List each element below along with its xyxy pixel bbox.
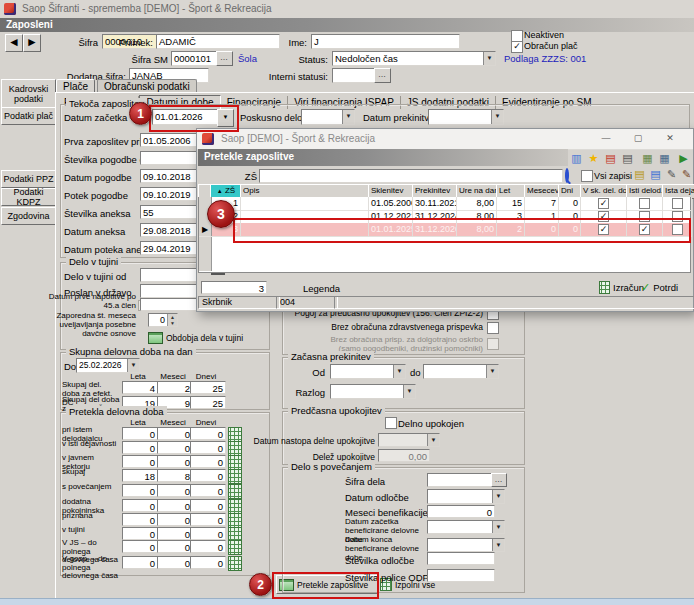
pretekla-meseci-field[interactable]: 0: [157, 427, 193, 440]
grid-cell-ure[interactable]: 8,00: [457, 197, 497, 210]
chevron-down-icon[interactable]: ▼: [492, 490, 504, 503]
chevron-down-icon[interactable]: ▼: [492, 521, 504, 533]
ime-field[interactable]: J: [311, 34, 460, 49]
skupna-efekt-meseci[interactable]: 2: [157, 381, 193, 394]
stevilka-odlocbe-field[interactable]: [427, 552, 495, 565]
status-select[interactable]: Nedoločen čas▼: [332, 51, 496, 66]
sidebar-item-zgodovina[interactable]: Zgodovina: [1, 207, 56, 225]
sidebar-item-podatki-plac[interactable]: Podatki plač: [1, 107, 56, 125]
chevron-down-icon[interactable]: ▼: [342, 110, 354, 124]
pretekla-dnevi-field[interactable]: 0: [190, 469, 226, 482]
chevron-down-icon[interactable]: ▼: [491, 110, 503, 124]
pretekla-meseci-field[interactable]: 0: [157, 527, 193, 540]
minimize-icon[interactable]: —: [597, 131, 615, 146]
interni-statusi-field[interactable]: [332, 68, 378, 83]
stevilka-police-field[interactable]: [427, 569, 495, 582]
pretekla-dnevi-field[interactable]: 0: [190, 540, 226, 553]
razlog-select[interactable]: ▼: [330, 384, 416, 399]
calculator-icon[interactable]: [228, 441, 242, 456]
pretekla-dnevi-field[interactable]: 0: [190, 455, 226, 468]
grid-row[interactable]: 101.05.200630.11.20218,001570: [199, 197, 692, 211]
potrdi-button[interactable]: ✓ Potrdi: [641, 281, 678, 294]
sidebar-item-podatki-kdpz[interactable]: Podatki KDPZ: [1, 188, 56, 206]
pretekla-leta-field[interactable]: 0: [122, 540, 158, 553]
calculator-icon[interactable]: [228, 513, 242, 528]
calculator-icon[interactable]: [228, 540, 242, 555]
calculator-icon[interactable]: [228, 427, 242, 442]
sifra-sm-lookup-button[interactable]: …: [216, 51, 233, 66]
pretekla-meseci-field[interactable]: 0: [157, 540, 193, 553]
pretekla-dnevi-field[interactable]: 0: [190, 427, 226, 440]
datum-prekinitve-select[interactable]: ▼: [428, 109, 504, 125]
pretekla-dnevi-field[interactable]: 0: [190, 513, 226, 526]
calculator-icon[interactable]: [228, 469, 242, 484]
copy-icon[interactable]: ▦: [640, 151, 655, 165]
calculator-icon[interactable]: [228, 499, 242, 514]
obdobja-tujina-button[interactable]: Obdobja dela v tujini: [148, 331, 243, 344]
sidebar-item-kadrovski-podatki[interactable]: Kadrovski podatki: [1, 79, 56, 108]
zaporedna-stepper[interactable]: 0▲▼: [148, 313, 178, 327]
datum-odlocbe-select[interactable]: ▼: [427, 489, 505, 504]
skupna-efekt-leta[interactable]: 4: [122, 381, 158, 394]
interni-statusi-lookup-button[interactable]: …: [374, 68, 391, 83]
pretekla-leta-field[interactable]: 0: [122, 441, 158, 454]
legenda-label[interactable]: Legenda: [303, 283, 340, 294]
calculator-icon[interactable]: [228, 484, 242, 499]
grid-cell-dni[interactable]: 0: [559, 197, 581, 210]
grid-checkbox[interactable]: [672, 198, 683, 209]
pretekla-dnevi-field[interactable]: 0: [190, 556, 226, 569]
chevron-down-icon[interactable]: ▼: [492, 539, 504, 551]
priimek-field[interactable]: ADAMIČ: [156, 34, 280, 49]
pretekla-leta-field[interactable]: 0: [122, 484, 158, 497]
grid-cell-let[interactable]: 15: [497, 197, 525, 210]
grid-cell-v_sk[interactable]: [581, 197, 627, 210]
datum-prve-napotitve-field[interactable]: [140, 298, 200, 311]
pretekla-meseci-field[interactable]: 0: [157, 499, 193, 512]
pretekla-dnevi-field[interactable]: 0: [190, 527, 226, 540]
pretekla-meseci-field[interactable]: 0: [157, 441, 193, 454]
chevron-down-icon[interactable]: ▼: [483, 52, 495, 65]
favorites-star-icon[interactable]: ★: [586, 151, 601, 165]
sifra-dela-lookup-button[interactable]: …: [491, 473, 507, 487]
exit-icon[interactable]: ▶: [676, 151, 691, 165]
poskusno-delo-select[interactable]: ▼: [301, 109, 355, 125]
zacasna-od-select[interactable]: ▼: [330, 364, 406, 379]
delete-record-icon[interactable]: ✎: [679, 167, 694, 181]
chevron-down-icon[interactable]: ▼: [403, 385, 415, 398]
nav-prev-button[interactable]: ◀: [5, 34, 23, 52]
izracun-button[interactable]: Izračun: [599, 281, 644, 294]
sifra-sm-link[interactable]: Šola: [238, 53, 257, 64]
datum-konca-benef-select[interactable]: ▼: [427, 538, 505, 552]
obracun-plac-checkbox[interactable]: [511, 41, 523, 53]
sidebar-item-podatki-ppz[interactable]: Podatki PPZ: [1, 170, 56, 188]
grid-resize-handle[interactable]: [211, 273, 225, 275]
pretekla-dnevi-field[interactable]: 0: [190, 499, 226, 512]
pretekla-meseci-field[interactable]: 0: [157, 455, 193, 468]
pretekla-meseci-field[interactable]: 0: [157, 484, 193, 497]
grid-cell-prekinitev[interactable]: 30.11.2021: [413, 197, 457, 210]
datum-zacetka-benef-select[interactable]: ▼: [427, 520, 505, 534]
pretekla-leta-field[interactable]: 0: [122, 427, 158, 440]
pretekla-dnevi-field[interactable]: 0: [190, 484, 226, 497]
pretekla-leta-field[interactable]: 0: [122, 527, 158, 540]
edit-record-icon[interactable]: ✎: [664, 167, 679, 181]
tab-obracunski-podatki[interactable]: Obračunski podatki: [97, 79, 197, 93]
search-icon[interactable]: [565, 168, 569, 183]
pretekla-meseci-field[interactable]: 0: [157, 513, 193, 526]
calculator-icon[interactable]: [228, 455, 242, 470]
skupna-do-select[interactable]: 25.02.2026▼: [76, 358, 140, 373]
maximize-icon[interactable]: ▢: [629, 131, 647, 146]
calculator-icon[interactable]: [228, 556, 242, 571]
sifra-sm-field[interactable]: 0000101: [171, 51, 219, 66]
paste-icon[interactable]: ▦: [657, 151, 672, 165]
brez-zdravstvenega-checkbox[interactable]: [487, 322, 499, 334]
delno-upokojen-checkbox[interactable]: [385, 417, 397, 429]
skupna-efekt-dnevi[interactable]: 25: [190, 381, 226, 394]
dialog-titlebar[interactable]: Saop [DEMO] - Šport & Rekreacija — ▢ ✕: [197, 129, 693, 150]
grid-cell-ista[interactable]: [663, 197, 692, 210]
grid-cell-sklenitev[interactable]: 01.05.2006: [369, 197, 413, 210]
records-icon[interactable]: ▥: [569, 151, 584, 165]
pretekla-meseci-field[interactable]: 0: [157, 556, 193, 569]
pretekla-leta-field[interactable]: 0: [122, 556, 158, 569]
chevron-down-icon[interactable]: ▼: [127, 359, 139, 372]
